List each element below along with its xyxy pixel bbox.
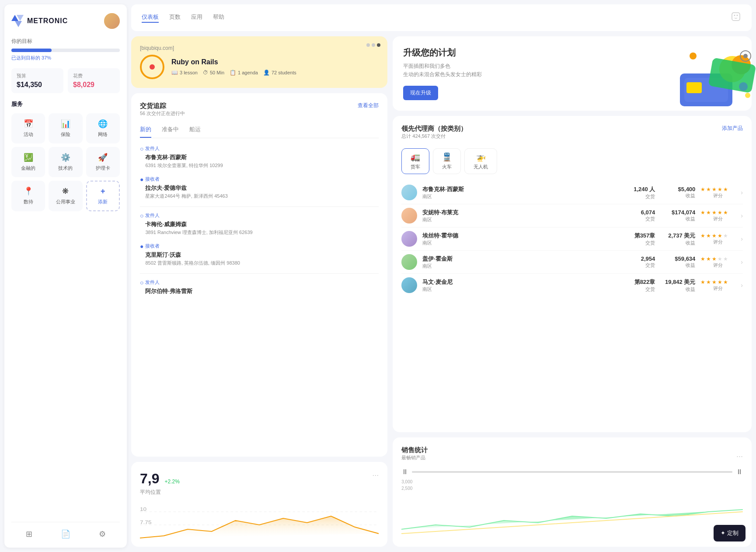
agent-rating-1: ★ ★ ★ ★ ★ <box>700 186 735 192</box>
tab-preparing[interactable]: 准备中 <box>162 126 179 138</box>
svg-point-18 <box>745 93 750 98</box>
receiver-addr-2: 8502 普雷斯顿路, 英格尔伍德, 缅因州 98380 <box>145 260 240 266</box>
agent-trans-label-4: 交货 <box>624 262 655 269</box>
agent-rating-5: ★ ★ ★ ★ ★ <box>700 279 735 285</box>
public-label: 公用事业 <box>56 199 75 205</box>
expense-card: 花费 $8,029 <box>68 68 120 93</box>
sales-header: 销售统计 最畅销产品 ··· <box>401 446 743 466</box>
star-4-1: ★ <box>700 256 705 262</box>
finance-label: 金融的 <box>21 165 35 171</box>
care-label: 护理卡 <box>96 165 110 171</box>
agent-row-1: 布鲁克林·西蒙斯 南区 1,240 人 交货 $5,400 收益 ★ <box>401 181 743 204</box>
y-label-2500: 2,500 <box>401 486 743 491</box>
tab-new[interactable]: 新的 <box>140 126 151 138</box>
sales-more-btn[interactable]: ··· <box>736 446 743 466</box>
receiver-dot-2: ● <box>140 243 143 250</box>
service-item-insurance[interactable]: 📊 保险 <box>49 113 82 143</box>
settings-icon[interactable]: ⚙ <box>99 529 106 539</box>
star-5-2: ★ <box>706 279 711 285</box>
course-meta: 📖 3 lesson ⏱ 50 Min 📋 1 agenda <box>171 70 379 76</box>
rating-label-3: 评分 <box>700 239 735 245</box>
sender-label-1: 发件人 <box>145 145 223 152</box>
service-item-public[interactable]: ❋ 公用事业 <box>49 181 82 211</box>
star-4-2: ★ <box>706 256 711 262</box>
add-product-btn[interactable]: 添加产品 <box>722 125 743 147</box>
service-item-finance[interactable]: 💹 金融的 <box>11 147 45 177</box>
agent-stat-2: 6,074 交货 <box>624 209 655 222</box>
goal-section: 你的目标 已达到目标的 37% <box>11 38 120 61</box>
budget-row: 预算 $14,350 花费 $8,029 <box>11 68 120 93</box>
service-item-add[interactable]: + 添新 <box>86 181 120 211</box>
agent-trans-label-5: 交货 <box>624 286 655 293</box>
slider-track[interactable] <box>412 471 732 473</box>
svg-point-20 <box>743 54 748 58</box>
sender-dot-2: ○ <box>140 212 143 219</box>
agent-rating-3: ★ ★ ★ ★ ★ <box>700 233 735 239</box>
divider-1 <box>140 206 379 207</box>
agent-arrow-2[interactable]: › <box>741 212 743 219</box>
agent-arrow-4[interactable]: › <box>741 259 743 266</box>
agent-money-2: $174,074 收益 <box>660 209 695 222</box>
nav: 仪表板 页数 应用 帮助 <box>142 13 224 23</box>
star-3-5: ★ <box>723 233 728 239</box>
agent-arrow-1[interactable]: › <box>741 189 743 196</box>
layers-icon[interactable]: ⊞ <box>26 529 32 539</box>
star-3-2: ★ <box>706 233 711 239</box>
agent-avatar-1 <box>401 185 417 200</box>
receiver-addr-1: 星家大道2464号 梅萨, 新泽西州 45463 <box>145 193 227 199</box>
agent-info-1: 布鲁克林·西蒙斯 南区 <box>422 185 619 200</box>
nav-help[interactable]: 帮助 <box>213 13 224 23</box>
service-item-activities[interactable]: 📅 活动 <box>11 113 45 143</box>
sidebar-footer: ⊞ 📄 ⚙ <box>11 522 120 539</box>
tracking-receiver-2: ● 接收者 克里斯汀·沃森 8502 普雷斯顿路, 英格尔伍德, 缅因州 983… <box>140 243 379 266</box>
upgrade-title: 升级您的计划 <box>403 47 664 59</box>
upgrade-button[interactable]: 现在升级 <box>403 86 438 100</box>
agent-name-2: 安妮特·布莱克 <box>422 209 619 217</box>
star-2-4: ★ <box>718 210 722 216</box>
agent-money-5: 19,842 美元 收益 <box>660 278 695 293</box>
category-tab-drone[interactable]: 🚁 无人机 <box>464 148 497 174</box>
svg-rect-3 <box>732 13 740 21</box>
budget-card: 预算 $14,350 <box>11 68 63 93</box>
agent-arrow-5[interactable]: › <box>741 282 743 289</box>
service-item-reception[interactable]: 📍 数待 <box>11 181 45 211</box>
category-tab-train[interactable]: 🚆 火车 <box>433 148 461 174</box>
tracking-title: 交货追踪 <box>140 102 185 110</box>
file-icon[interactable]: 📄 <box>61 529 70 539</box>
category-tab-truck[interactable]: 🚛 货车 <box>401 148 429 174</box>
sales-slider: ⏸ ⏸ <box>401 468 743 476</box>
avatar[interactable] <box>104 13 120 29</box>
services-title: 服务 <box>11 100 120 108</box>
sales-title-group: 销售统计 最畅销产品 <box>401 446 428 466</box>
upgrade-text: 升级您的计划 平面插图和我们多色 生动的未混合紫色头发女士的精彩 现在升级 <box>403 47 664 100</box>
course-info: Ruby on Rails 📖 3 lesson ⏱ 50 Min <box>140 55 379 79</box>
stats-more-btn[interactable]: ··· <box>372 471 379 480</box>
receiver-label-1: 接收者 <box>145 176 227 182</box>
service-item-tech[interactable]: ⚙️ 技术的 <box>49 147 82 177</box>
agent-info-5: 马文·麦金尼 南区 <box>422 278 619 293</box>
agent-arrow-3[interactable]: › <box>741 235 743 242</box>
svg-text:10: 10 <box>140 507 147 512</box>
tracking-sender-2: ○ 发件人 卡梅伦·威廉姆森 3891 Ranchview 理查森博士, 加利福… <box>140 212 379 236</box>
nav-pages[interactable]: 页数 <box>169 13 181 23</box>
sales-subtitle: 最畅销产品 <box>401 454 428 461</box>
service-item-network[interactable]: 🌐 网络 <box>86 113 120 143</box>
service-item-care[interactable]: 🚀 护理卡 <box>86 147 120 177</box>
view-all-btn[interactable]: 查看全部 <box>358 102 379 109</box>
tab-shipping[interactable]: 船运 <box>189 126 201 138</box>
tech-label: 技术的 <box>58 165 73 171</box>
star-2-5: ★ <box>723 210 728 216</box>
nav-apps[interactable]: 应用 <box>191 13 202 23</box>
duration-meta: ⏱ 50 Min <box>203 70 224 76</box>
left-column: [biqubiqu.com] Ruby on Rails <box>131 36 387 547</box>
network-label: 网络 <box>98 131 108 138</box>
agent-rating-section-1: ★ ★ ★ ★ ★ 评分 <box>700 186 735 199</box>
star-1: ★ <box>700 186 705 192</box>
agent-rev-label-1: 收益 <box>660 192 695 199</box>
course-card: [biqubiqu.com] Ruby on Rails <box>131 36 387 88</box>
customize-button[interactable]: ✦ 定制 <box>714 525 746 542</box>
nav-dashboard[interactable]: 仪表板 <box>142 13 159 23</box>
agent-stat-1: 1,240 人 交货 <box>624 185 655 200</box>
star-3-3: ★ <box>712 233 717 239</box>
truck-label: 货车 <box>411 164 420 170</box>
